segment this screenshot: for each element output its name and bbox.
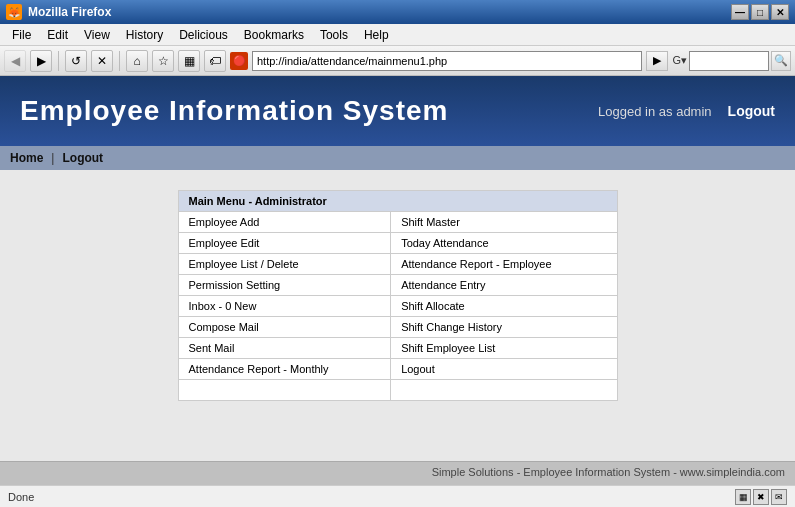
- toolbar-sep-2: [119, 51, 120, 71]
- firefox-icon: 🦊: [6, 4, 22, 20]
- header-logout-link[interactable]: Logout: [728, 103, 775, 119]
- menu-item-attendance-entry[interactable]: Attendance Entry: [391, 275, 617, 296]
- menu-item-attendance-report-employee[interactable]: Attendance Report - Employee: [391, 254, 617, 275]
- table-row: Compose Mail Shift Change History: [178, 317, 617, 338]
- table-row: Sent Mail Shift Employee List: [178, 338, 617, 359]
- table-row: Employee Add Shift Master: [178, 212, 617, 233]
- forward-button[interactable]: ▶: [30, 50, 52, 72]
- header-right: Logged in as admin Logout: [598, 103, 775, 119]
- status-icons: ▦ ✖ ✉: [735, 489, 787, 505]
- search-button[interactable]: 🔍: [771, 51, 791, 71]
- table-row: Employee Edit Today Attendance: [178, 233, 617, 254]
- menu-item-logout[interactable]: Logout: [391, 359, 617, 380]
- empty-cell-left: [178, 380, 391, 401]
- tag-icon[interactable]: ▦: [178, 50, 200, 72]
- toolbar-sep-1: [58, 51, 59, 71]
- logged-in-text: Logged in as admin: [598, 104, 711, 119]
- menu-item-compose-mail[interactable]: Compose Mail: [178, 317, 391, 338]
- minimize-button[interactable]: —: [731, 4, 749, 20]
- statusbar: Done ▦ ✖ ✉: [0, 485, 795, 507]
- table-row: Attendance Report - Monthly Logout: [178, 359, 617, 380]
- table-row: Employee List / Delete Attendance Report…: [178, 254, 617, 275]
- menu-tools[interactable]: Tools: [312, 26, 356, 44]
- empty-cell-right: [391, 380, 617, 401]
- main-content: Main Menu - Administrator Employee Add S…: [0, 170, 795, 461]
- maximize-button[interactable]: □: [751, 4, 769, 20]
- status-icon-1: ▦: [735, 489, 751, 505]
- titlebar-left: 🦊 Mozilla Firefox: [6, 4, 111, 20]
- status-text: Done: [8, 491, 34, 503]
- app-header: Employee Information System Logged in as…: [0, 76, 795, 146]
- titlebar-buttons: — □ ✕: [731, 4, 789, 20]
- nav-logout-link[interactable]: Logout: [62, 151, 103, 165]
- menu-file[interactable]: File: [4, 26, 39, 44]
- menu-item-shift-change-history[interactable]: Shift Change History: [391, 317, 617, 338]
- menu-table-header: Main Menu - Administrator: [178, 191, 617, 212]
- menu-item-shift-master[interactable]: Shift Master: [391, 212, 617, 233]
- bookmark-icon[interactable]: ☆: [152, 50, 174, 72]
- url-icon: 🔴: [230, 52, 248, 70]
- home-button[interactable]: ⌂: [126, 50, 148, 72]
- address-bar: 🔴 ▶: [230, 51, 668, 71]
- menu-edit[interactable]: Edit: [39, 26, 76, 44]
- menu-item-employee-edit[interactable]: Employee Edit: [178, 233, 391, 254]
- menu-item-employee-add[interactable]: Employee Add: [178, 212, 391, 233]
- menu-item-permission-setting[interactable]: Permission Setting: [178, 275, 391, 296]
- menu-view[interactable]: View: [76, 26, 118, 44]
- status-icon-2: ✖: [753, 489, 769, 505]
- nav-separator: |: [51, 151, 54, 165]
- menu-item-attendance-report-monthly[interactable]: Attendance Report - Monthly: [178, 359, 391, 380]
- window-title: Mozilla Firefox: [28, 5, 111, 19]
- table-row: Inbox - 0 New Shift Allocate: [178, 296, 617, 317]
- menu-item-shift-allocate[interactable]: Shift Allocate: [391, 296, 617, 317]
- table-row: Permission Setting Attendance Entry: [178, 275, 617, 296]
- status-icon-3: ✉: [771, 489, 787, 505]
- stop-button[interactable]: ✕: [91, 50, 113, 72]
- menu-help[interactable]: Help: [356, 26, 397, 44]
- menu-delicious[interactable]: Delicious: [171, 26, 236, 44]
- back-button[interactable]: ◀: [4, 50, 26, 72]
- search-box: G▾ 🔍: [672, 51, 791, 71]
- search-input[interactable]: [689, 51, 769, 71]
- address-input[interactable]: [252, 51, 642, 71]
- reload-button[interactable]: ↺: [65, 50, 87, 72]
- app-title: Employee Information System: [20, 95, 448, 127]
- go-button[interactable]: ▶: [646, 51, 668, 71]
- table-row-empty: [178, 380, 617, 401]
- menubar: File Edit View History Delicious Bookmar…: [0, 24, 795, 46]
- nav-home-link[interactable]: Home: [10, 151, 43, 165]
- close-button[interactable]: ✕: [771, 4, 789, 20]
- titlebar: 🦊 Mozilla Firefox — □ ✕: [0, 0, 795, 24]
- menu-history[interactable]: History: [118, 26, 171, 44]
- toolbar: ◀ ▶ ↺ ✕ ⌂ ☆ ▦ 🏷 🔴 ▶ G▾ 🔍: [0, 46, 795, 76]
- tag2-icon[interactable]: 🏷: [204, 50, 226, 72]
- menu-item-shift-employee-list[interactable]: Shift Employee List: [391, 338, 617, 359]
- menu-table: Main Menu - Administrator Employee Add S…: [178, 190, 618, 401]
- menu-item-today-attendance[interactable]: Today Attendance: [391, 233, 617, 254]
- menu-item-employee-list[interactable]: Employee List / Delete: [178, 254, 391, 275]
- footer: Simple Solutions - Employee Information …: [0, 461, 795, 485]
- search-engine-label: G▾: [672, 54, 687, 67]
- menu-item-inbox[interactable]: Inbox - 0 New: [178, 296, 391, 317]
- menu-item-sent-mail[interactable]: Sent Mail: [178, 338, 391, 359]
- page-content: Employee Information System Logged in as…: [0, 76, 795, 485]
- nav-bar: Home | Logout: [0, 146, 795, 170]
- menu-bookmarks[interactable]: Bookmarks: [236, 26, 312, 44]
- footer-text: Simple Solutions - Employee Information …: [432, 466, 785, 478]
